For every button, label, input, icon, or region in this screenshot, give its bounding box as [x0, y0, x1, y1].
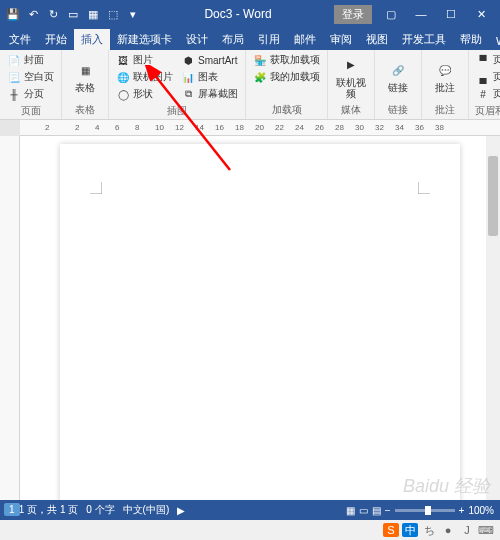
page-break-icon: ╫	[7, 87, 21, 101]
margin-corner-tr	[418, 182, 430, 194]
taskbar: S 中 ち ● J ⌨	[0, 520, 500, 540]
group-links-label: 链接	[379, 101, 417, 117]
scroll-thumb[interactable]	[488, 156, 498, 236]
vertical-scrollbar[interactable]	[486, 136, 500, 500]
ime-icon-2[interactable]: 中	[402, 523, 418, 537]
zoom-in-icon[interactable]: +	[459, 505, 465, 516]
group-links: 🔗链接 链接	[375, 50, 422, 119]
tab-home[interactable]: 开始	[38, 29, 74, 50]
video-icon: ▶	[341, 55, 361, 75]
get-addins-button[interactable]: 🏪获取加载项	[250, 52, 323, 68]
group-addins: 🏪获取加载项 🧩我的加载项 加载项	[246, 50, 328, 119]
zoom-level[interactable]: 100%	[468, 505, 494, 516]
page-break-button[interactable]: ╫分页	[4, 86, 57, 102]
cover-page-button[interactable]: 📄封面	[4, 52, 57, 68]
comment-button[interactable]: 💬批注	[426, 52, 464, 101]
smartart-icon: ⬢	[181, 53, 195, 67]
ribbon-options-icon[interactable]: ▢	[376, 0, 406, 28]
table-button[interactable]: ▦表格	[66, 52, 104, 101]
horizontal-ruler[interactable]: 2 2 4 6 8 10 12 14 16 18 20 22 24 26 28 …	[20, 120, 500, 136]
store-icon: 🏪	[253, 53, 267, 67]
close-icon[interactable]: ✕	[466, 0, 496, 28]
pictures-icon: 🖼	[116, 53, 130, 67]
addins-icon: 🧩	[253, 70, 267, 84]
ime-icon-1[interactable]: S	[383, 523, 399, 537]
group-comments-label: 批注	[426, 101, 464, 117]
qat-icon-5[interactable]: ▦	[84, 5, 102, 23]
online-pictures-button[interactable]: 🌐联机图片	[113, 69, 176, 85]
page-number-icon: #	[476, 87, 490, 101]
group-hf-label: 页眉和页脚	[473, 102, 500, 120]
online-video-button[interactable]: ▶联机视频	[332, 52, 370, 101]
zoom-out-icon[interactable]: −	[385, 505, 391, 516]
ime-icon-3[interactable]: ち	[421, 523, 437, 537]
link-button[interactable]: 🔗链接	[379, 52, 417, 101]
ime-icon-5[interactable]: J	[459, 523, 475, 537]
group-illustrations: 🖼图片 🌐联机图片 ◯形状 ⬢SmartArt 📊图表 ⧉屏幕截图 插图	[109, 50, 246, 119]
group-addins-label: 加载项	[250, 101, 323, 117]
tab-new[interactable]: 新建选项卡	[110, 29, 179, 50]
status-language[interactable]: 中文(中国)	[123, 503, 170, 517]
header-button[interactable]: ▀页眉	[473, 52, 500, 68]
status-words[interactable]: 0 个字	[86, 503, 114, 517]
group-media: ▶联机视频 媒体	[328, 50, 375, 119]
pictures-button[interactable]: 🖼图片	[113, 52, 176, 68]
group-header-footer: ▀页眉 ▄页脚 #页码 页眉和页脚	[469, 50, 500, 119]
status-macro-icon[interactable]: ▶	[177, 505, 185, 516]
tab-view[interactable]: 视图	[359, 29, 395, 50]
footer-icon: ▄	[476, 70, 490, 84]
tab-devtools[interactable]: 开发工具	[395, 29, 453, 50]
page-number-button[interactable]: #页码	[473, 86, 500, 102]
minimize-icon[interactable]: —	[406, 0, 436, 28]
tab-review[interactable]: 审阅	[323, 29, 359, 50]
tab-design[interactable]: 设计	[179, 29, 215, 50]
screenshot-button[interactable]: ⧉屏幕截图	[178, 86, 241, 102]
tab-help[interactable]: 帮助	[453, 29, 489, 50]
tab-layout[interactable]: 布局	[215, 29, 251, 50]
link-icon: 🔗	[388, 60, 408, 80]
comment-icon: 💬	[435, 60, 455, 80]
redo-icon[interactable]: ↻	[44, 5, 62, 23]
cover-page-icon: 📄	[7, 53, 21, 67]
ribbon: 📄封面 📃空白页 ╫分页 页面 ▦表格 表格 🖼图片 🌐联机图片 ◯形状 ⬢Sm…	[0, 50, 500, 120]
footer-button[interactable]: ▄页脚	[473, 69, 500, 85]
chart-icon: 📊	[181, 70, 195, 84]
quick-access-toolbar: 💾 ↶ ↻ ▭ ▦ ⬚ ▾	[4, 5, 142, 23]
group-media-label: 媒体	[332, 101, 370, 117]
tab-references[interactable]: 引用	[251, 29, 287, 50]
blank-page-button[interactable]: 📃空白页	[4, 69, 57, 85]
tab-file[interactable]: 文件	[2, 29, 38, 50]
tab-mailings[interactable]: 邮件	[287, 29, 323, 50]
tab-insert[interactable]: 插入	[74, 29, 110, 50]
group-comments: 💬批注 批注	[422, 50, 469, 119]
shapes-button[interactable]: ◯形状	[113, 86, 176, 102]
window-controls: ▢ — ☐ ✕	[376, 0, 496, 28]
blank-page-icon: 📃	[7, 70, 21, 84]
smartart-button[interactable]: ⬢SmartArt	[178, 52, 241, 68]
margin-corner-tl	[90, 182, 102, 194]
qat-icon-4[interactable]: ▭	[64, 5, 82, 23]
maximize-icon[interactable]: ☐	[436, 0, 466, 28]
page[interactable]	[60, 144, 460, 500]
ime-icon-4[interactable]: ●	[440, 523, 456, 537]
save-icon[interactable]: 💾	[4, 5, 22, 23]
vertical-ruler[interactable]	[0, 136, 20, 500]
view-read-icon[interactable]: ▭	[359, 505, 368, 516]
zoom-slider[interactable]	[395, 509, 455, 512]
chart-button[interactable]: 📊图表	[178, 69, 241, 85]
group-illustrations-label: 插图	[113, 102, 241, 118]
qat-dropdown-icon[interactable]: ▾	[124, 5, 142, 23]
ime-icon-6[interactable]: ⌨	[478, 523, 494, 537]
login-button[interactable]: 登录	[334, 5, 372, 24]
view-web-icon[interactable]: ▤	[372, 505, 381, 516]
undo-icon[interactable]: ↶	[24, 5, 42, 23]
tab-wps[interactable]: WPS PDF	[489, 32, 500, 50]
view-print-icon[interactable]: ▦	[346, 505, 355, 516]
my-addins-button[interactable]: 🧩我的加载项	[250, 69, 323, 85]
qat-icon-6[interactable]: ⬚	[104, 5, 122, 23]
group-pages: 📄封面 📃空白页 ╫分页 页面	[0, 50, 62, 119]
group-tables-label: 表格	[66, 101, 104, 117]
title-bar: 💾 ↶ ↻ ▭ ▦ ⬚ ▾ Doc3 - Word 登录 ▢ — ☐ ✕	[0, 0, 500, 28]
shapes-icon: ◯	[116, 87, 130, 101]
document-area[interactable]	[20, 136, 500, 500]
